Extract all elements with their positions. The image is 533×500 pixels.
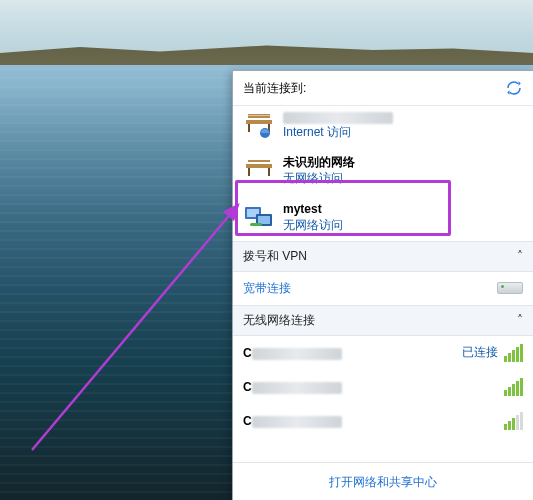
panel-title: 当前连接到: xyxy=(243,80,306,97)
wifi-status: 已连接 xyxy=(462,344,498,361)
svg-rect-9 xyxy=(248,160,270,162)
svg-rect-13 xyxy=(258,216,270,224)
panel-header: 当前连接到: xyxy=(233,71,533,105)
connection-name: mytest xyxy=(283,201,343,217)
chevron-up-icon: ˄ xyxy=(517,249,523,263)
svg-rect-7 xyxy=(248,168,250,176)
connection-text: Internet 访问 xyxy=(283,112,393,140)
bench-icon xyxy=(243,158,275,182)
open-network-sharing-link[interactable]: 打开网络和共享中心 xyxy=(233,462,533,500)
connection-status: 无网络访问 xyxy=(283,218,343,232)
signal-bars-icon xyxy=(504,412,523,430)
connection-status: Internet 访问 xyxy=(283,125,351,139)
svg-rect-4 xyxy=(248,114,270,116)
wifi-name-blurred: C xyxy=(243,414,342,428)
connection-text: 未识别的网络 无网络访问 xyxy=(283,154,355,186)
network-flyout-panel: 当前连接到: Internet 访问 未识别的网络 xyxy=(232,70,533,500)
link-text: 打开网络和共享中心 xyxy=(329,474,437,491)
bench-icon xyxy=(243,114,275,138)
connection-item-mytest[interactable]: mytest 无网络访问 xyxy=(233,195,533,241)
svg-rect-6 xyxy=(246,164,272,168)
section-label: 无线网络连接 xyxy=(243,312,315,329)
connection-status: 无网络访问 xyxy=(283,171,343,185)
screenshot-stage: 当前连接到: Internet 访问 未识别的网络 xyxy=(0,0,533,500)
connection-name-blurred xyxy=(283,112,393,124)
wifi-name-blurred: C xyxy=(243,346,342,360)
current-connections: Internet 访问 未识别的网络 无网络访问 mytest 无网络访 xyxy=(233,105,533,241)
monitor-icon xyxy=(243,205,275,229)
modem-icon xyxy=(497,282,523,294)
broadband-connect-link[interactable]: 宽带连接 xyxy=(233,272,533,305)
connection-item[interactable]: 未识别的网络 无网络访问 xyxy=(233,148,533,194)
section-label: 拨号和 VPN xyxy=(243,248,307,265)
signal-bars-icon xyxy=(504,378,523,396)
connection-item[interactable]: Internet 访问 xyxy=(233,106,533,148)
chevron-up-icon: ˄ xyxy=(517,313,523,327)
connection-text: mytest 无网络访问 xyxy=(283,201,343,233)
connection-name: 未识别的网络 xyxy=(283,154,355,170)
wifi-name-blurred: C xyxy=(243,380,342,394)
wifi-item[interactable]: C xyxy=(233,404,533,438)
wifi-item[interactable]: C xyxy=(233,370,533,404)
signal-bars-icon xyxy=(504,344,523,362)
svg-rect-14 xyxy=(250,223,262,226)
svg-rect-0 xyxy=(246,120,272,124)
link-text: 宽带连接 xyxy=(243,280,291,297)
section-wireless[interactable]: 无线网络连接 ˄ xyxy=(233,305,533,336)
refresh-icon[interactable] xyxy=(505,79,523,97)
svg-rect-3 xyxy=(248,116,270,118)
svg-rect-1 xyxy=(248,124,250,132)
wifi-item[interactable]: C 已连接 xyxy=(233,336,533,370)
section-dialup-vpn[interactable]: 拨号和 VPN ˄ xyxy=(233,241,533,272)
svg-rect-8 xyxy=(268,168,270,176)
